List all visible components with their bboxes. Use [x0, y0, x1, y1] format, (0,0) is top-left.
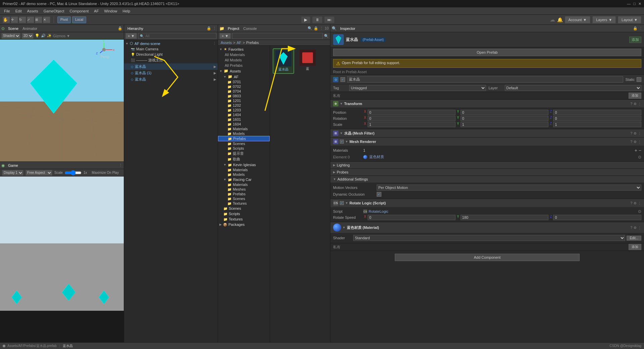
hierarchy-item-prefab3[interactable]: ◇ 蓝水晶 ▶ [124, 76, 218, 83]
add-btn-2[interactable]: 添加 [629, 244, 641, 250]
aspect-select[interactable]: Free Aspect [25, 170, 52, 176]
hierarchy-item-light[interactable]: 💡 Directional Light [124, 52, 218, 57]
fav-all-models[interactable]: All Models [218, 57, 270, 63]
racing-car-folder[interactable]: ▼ 📁 Racing Car [218, 177, 270, 182]
rotate-tool[interactable]: ↻ [19, 16, 26, 23]
light-icon[interactable]: 💡 [35, 34, 40, 38]
move-tool[interactable]: ✛ [11, 16, 18, 23]
lighting-header[interactable]: ▶ Lighting [330, 162, 644, 168]
menu-af[interactable]: AF [91, 8, 101, 14]
audio-icon[interactable]: 🔊 [41, 34, 46, 38]
fav-all-prefabs[interactable]: All Prefabs [218, 63, 270, 68]
additional-settings-header[interactable]: ▼ Additional Settings [330, 176, 644, 183]
transform-help[interactable]: ? [630, 102, 632, 106]
close-btn[interactable]: ✕ [638, 2, 641, 6]
probes-header[interactable]: ▶ Probes [330, 169, 644, 176]
menu-file[interactable]: File [1, 8, 13, 14]
rot-x[interactable] [368, 116, 456, 121]
folder-0704[interactable]: 📁0704 [218, 89, 270, 94]
hierarchy-item-controller[interactable]: ⬛ --------- 游戏主控 [124, 57, 218, 63]
folder-scenes[interactable]: 📁Scenes [218, 141, 270, 146]
insp-add-top[interactable]: 添加 [629, 37, 641, 43]
hierarchy-item-prefab1[interactable]: ◇ 蓝水晶 ▶ [124, 63, 218, 70]
scale-slider[interactable] [65, 171, 82, 175]
folder-models[interactable]: 📁Models [218, 131, 270, 136]
game-more-icon[interactable]: ⋮ [119, 163, 122, 167]
folder-0701[interactable]: 📁0701 [218, 80, 270, 84]
rs-z[interactable] [553, 215, 641, 220]
mf-settings[interactable]: ⚙ [634, 132, 637, 135]
multi-tool[interactable]: ✕ [43, 16, 50, 23]
minimize-btn[interactable]: — [627, 2, 631, 6]
menu-component[interactable]: Component [67, 8, 91, 14]
mat-settings[interactable]: ⚙ [634, 226, 637, 230]
folder-1203[interactable]: 📁1203 [218, 108, 270, 112]
asset-item-lanshujing[interactable]: 蓝水晶 [273, 48, 294, 74]
dynamic-occlusion-checkbox[interactable]: ✓ [377, 192, 381, 197]
folder-0702[interactable]: 📁0702 [218, 84, 270, 89]
game-tab[interactable]: Game [6, 163, 20, 167]
scene-view[interactable]: X Y Z Persp [0, 40, 124, 161]
rotate-logic-header[interactable]: CS ✓ ▼ Rotate Logic (Script) ? ⚙ ⋮ [330, 199, 644, 207]
folder-prefabs[interactable]: 📁Prefabs [218, 136, 270, 141]
add-project-btn[interactable]: + ▼ [219, 33, 231, 39]
layout-button[interactable]: Layout ▼ [618, 16, 641, 23]
rl-settings[interactable]: ⚙ [634, 201, 637, 205]
folder-1201[interactable]: 📁1201 [218, 98, 270, 103]
pos-x[interactable] [368, 110, 456, 115]
folder-1604[interactable]: 📁1604 [218, 122, 270, 127]
shader-select[interactable]: Standard [353, 235, 625, 241]
mr-help[interactable]: ? [630, 140, 632, 144]
project-search-icon[interactable]: 🔍 [308, 26, 312, 31]
menu-gameobject[interactable]: GameObject [41, 8, 67, 14]
scale-y[interactable] [461, 122, 549, 127]
tag-select[interactable]: Untagged [349, 85, 486, 91]
racing-prefabs[interactable]: 📁Prefabs [218, 192, 270, 196]
game-view[interactable] [0, 177, 124, 349]
mr-more[interactable]: ⋮ [638, 140, 641, 144]
af-folder[interactable]: ▼ 📁 AF [218, 74, 270, 80]
scene-tab[interactable]: Scene [6, 27, 20, 31]
rot-y[interactable] [461, 116, 549, 121]
lock-icon[interactable]: 🔒 [118, 26, 122, 31]
hierarchy-scene-root[interactable]: ▼ ⬡ AF demo scene ⋮ [124, 41, 218, 46]
inspector-tab[interactable]: Inspector [338, 27, 357, 31]
pause-button[interactable]: ⏸ [312, 16, 322, 23]
rl-help[interactable]: ? [630, 201, 632, 205]
kevin-folder[interactable]: ▼ 📁 Kevin Iglesias [218, 162, 270, 167]
kevin-materials[interactable]: 📁Materials [218, 167, 270, 172]
project-search-btn[interactable]: 🔍 [324, 34, 329, 38]
transform-more2[interactable]: ⋮ [638, 102, 641, 106]
scale-x[interactable] [368, 122, 456, 127]
motion-vectors-select[interactable]: Per Object Motion [377, 185, 641, 191]
transform-settings[interactable]: ⚙ [634, 102, 637, 106]
account-button[interactable]: Account ▼ [565, 16, 591, 23]
scale-z[interactable] [553, 122, 641, 127]
project-tab[interactable]: Project [226, 27, 241, 31]
folder-tishi[interactable]: 📁提示音 [218, 151, 270, 156]
mr-settings[interactable]: ⚙ [634, 140, 637, 144]
racing-materials[interactable]: 📁Materials [218, 182, 270, 187]
project-lock[interactable]: 🔒 [314, 26, 318, 31]
element0-pick[interactable]: ⊙ [638, 155, 641, 159]
folder-1601[interactable]: 📁1601 [218, 117, 270, 122]
static-checkbox[interactable] [637, 77, 641, 82]
rl-more[interactable]: ⋮ [638, 201, 641, 205]
menu-edit[interactable]: Edit [13, 8, 24, 14]
menu-window[interactable]: Window [101, 8, 120, 14]
fx-icon[interactable]: ✨ [47, 34, 52, 38]
menu-help[interactable]: Help [120, 8, 133, 14]
hierarchy-more[interactable]: ⋮ [213, 26, 216, 31]
kevin-models[interactable]: 📁Models [218, 172, 270, 177]
assets-textures[interactable]: 📁Textures [218, 216, 270, 222]
rot-z[interactable] [553, 116, 641, 121]
assets-scripts[interactable]: 📁Scripts [218, 211, 270, 216]
script-pick[interactable]: ⊙ [638, 209, 641, 214]
open-prefab-button[interactable]: Open Prefab [333, 49, 641, 56]
rect-tool[interactable]: ⊞ [35, 16, 42, 23]
pivot-button[interactable]: Pivot [57, 16, 71, 23]
mf-more[interactable]: ⋮ [638, 132, 641, 135]
material-header[interactable]: ▼ 蓝色材质 (Material) ? ⚙ ⋮ [330, 222, 644, 233]
play-button[interactable]: ▶ [301, 16, 310, 23]
hierarchy-lock[interactable]: 🔒 [207, 26, 211, 31]
